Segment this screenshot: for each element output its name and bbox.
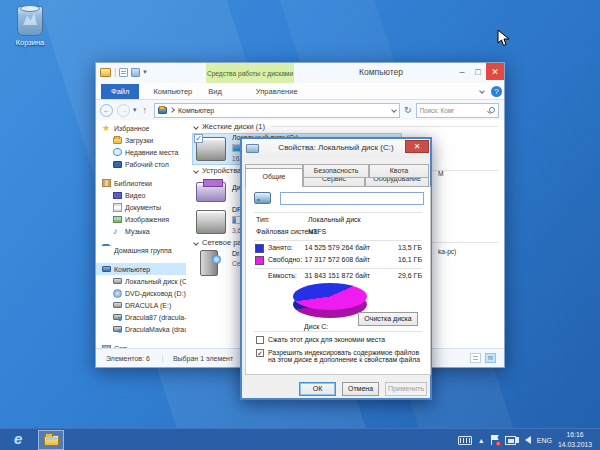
tab-view[interactable]: Вид [200, 84, 230, 99]
properties-qat-icon[interactable] [119, 68, 128, 77]
breadcrumb[interactable]: Компьютер [154, 103, 400, 118]
new-folder-qat-icon[interactable] [131, 68, 140, 77]
qat-dropdown-icon[interactable]: ▾ [143, 68, 147, 76]
refresh-icon[interactable]: ↻ [404, 105, 412, 115]
sidebar-item-drive-c[interactable]: Локальный диск (C [96, 275, 186, 287]
sidebar-item-favorites[interactable]: ★Избранное [96, 122, 186, 134]
internet-explorer-icon[interactable]: e [14, 430, 22, 447]
free-color-swatch [255, 256, 264, 265]
details-view-button[interactable] [470, 353, 481, 363]
search-box[interactable] [416, 103, 499, 118]
dialog-close-button[interactable]: ✕ [405, 140, 429, 153]
monitor-icon [113, 161, 122, 168]
index-checkbox-row[interactable]: ✓ Разрешить индексировать содержимое фай… [256, 349, 422, 363]
tab-general[interactable]: Общие [245, 168, 303, 187]
collapse-icon[interactable] [193, 124, 199, 130]
used-gb: 13,5 ГБ [378, 244, 422, 251]
network-server-icon [200, 250, 218, 276]
history-dropdown-icon[interactable]: ▾ [133, 106, 137, 114]
file-explorer-taskbar-button[interactable] [38, 430, 64, 450]
sidebar-item-downloads[interactable]: Загрузки [96, 134, 186, 146]
qat-separator: | [114, 67, 116, 77]
index-checkbox-label: Разрешить индексировать содержимое файло… [268, 349, 422, 363]
index-checkbox[interactable]: ✓ [256, 349, 264, 357]
tray-expand-icon[interactable]: ▲ [478, 437, 485, 444]
selection-checkbox[interactable]: ✓ [194, 134, 203, 143]
close-button[interactable]: ✕ [486, 63, 504, 80]
cancel-button[interactable]: Отмена [342, 382, 379, 396]
sidebar-item-computer[interactable]: Компьютер [96, 263, 186, 275]
compress-checkbox[interactable] [256, 336, 264, 344]
capacity-gb: 29,6 ГБ [378, 272, 422, 279]
sidebar-item-dracula87[interactable]: Dracula87 (dracula- [96, 311, 186, 323]
second-column-device-fragment[interactable]: M [438, 170, 444, 177]
recycle-bin-icon [17, 6, 43, 36]
minimize-button[interactable]: – [454, 63, 470, 80]
breadcrumb-chevron-icon[interactable] [169, 107, 175, 113]
address-dropdown-icon[interactable] [391, 107, 397, 113]
search-input[interactable] [420, 105, 454, 116]
sidebar-item-desktop[interactable]: Рабочий стол [96, 158, 186, 170]
tray-date: 14.03.2013 [558, 440, 592, 450]
section-hard-disks[interactable]: Жесткие диски (1) [194, 122, 498, 131]
sidebar-item-videos[interactable]: Видео [96, 189, 186, 201]
breadcrumb-root[interactable]: Компьютер [178, 107, 214, 114]
disk-usage-pie-chart [293, 283, 367, 319]
disk-cleanup-button[interactable]: Очистка диска [358, 312, 418, 326]
window-title: Компьютер [336, 67, 426, 77]
taskbar: e ▲ ✕ ENG 16:16 14.03.2013 [0, 428, 600, 450]
forward-button[interactable]: → [117, 104, 130, 117]
clock-icon [113, 148, 122, 156]
dialog-title: Свойства: Локальный диск (C:) [242, 143, 430, 152]
collapse-icon[interactable] [193, 168, 199, 174]
disc-icon [113, 289, 122, 298]
sidebar-item-recent[interactable]: Недавние места [96, 146, 186, 158]
network-status-icon[interactable] [505, 436, 516, 445]
properties-dialog: Свойства: Локальный диск (C:) ✕ Доступ Б… [240, 137, 432, 400]
collapse-icon[interactable] [193, 240, 199, 246]
action-center-flag-icon[interactable]: ✕ [491, 435, 499, 445]
title-bar[interactable]: | ▾ Средства работы с дисками Компьютер … [96, 63, 504, 83]
clock[interactable]: 16:16 14.03.2013 [558, 430, 592, 449]
second-column-network-fragment[interactable]: ka-pc) [438, 248, 456, 255]
hdd-icon [113, 278, 122, 284]
tab-quota[interactable]: Квота [369, 164, 429, 178]
picture-icon [113, 216, 122, 223]
help-icon[interactable]: ? [491, 86, 502, 97]
maximize-button[interactable]: □ [470, 63, 486, 80]
system-tray: ▲ ✕ ENG 16:16 14.03.2013 [458, 429, 600, 450]
volume-label-input[interactable] [280, 192, 424, 205]
free-bytes: 17 317 572 608 байт [284, 256, 370, 263]
drive-icon [254, 192, 271, 204]
free-gb: 16,1 ГБ [378, 256, 422, 263]
pie-top [293, 283, 367, 310]
up-button[interactable]: ↑ [143, 105, 148, 115]
tab-computer[interactable]: Компьютер [145, 84, 200, 99]
navigation-pane: ★Избранное Загрузки Недавние места Рабоч… [96, 120, 186, 348]
back-button[interactable]: ← [100, 104, 113, 117]
contextual-tab-header[interactable]: Средства работы с дисками [206, 63, 294, 83]
tab-file[interactable]: Файл [101, 84, 139, 99]
dialog-title-bar[interactable]: Свойства: Локальный диск (C:) ✕ [242, 139, 430, 158]
sidebar-item-pictures[interactable]: Изображения [96, 213, 186, 225]
sidebar-item-documents[interactable]: Документы [96, 201, 186, 213]
tab-manage[interactable]: Управление [248, 84, 306, 99]
sidebar-item-homegroup[interactable]: Домашняя группа [96, 244, 186, 256]
tiles-view-button[interactable] [485, 353, 496, 363]
compress-checkbox-row[interactable]: Сжать этот диск для экономии места [256, 336, 422, 344]
touch-keyboard-icon[interactable] [458, 436, 472, 445]
sidebar-item-music[interactable]: ♪Музыка [96, 225, 186, 237]
tab-security[interactable]: Безопасность [303, 164, 369, 178]
sidebar-item-libraries[interactable]: Библиотеки [96, 177, 186, 189]
hdd-icon: ✓ [196, 137, 226, 161]
folder-icon [113, 137, 122, 144]
recycle-bin[interactable]: Корзина [6, 6, 54, 47]
language-indicator[interactable]: ENG [537, 437, 552, 444]
ok-button[interactable]: ОК [299, 382, 336, 396]
apply-button[interactable]: Применить [385, 382, 427, 396]
volume-icon[interactable] [525, 436, 531, 444]
sidebar-item-draculamavka[interactable]: DraculaMavka (drac [96, 323, 186, 335]
sidebar-item-dvd[interactable]: DVD-дисковод (D:) [96, 287, 186, 299]
sidebar-item-drive-e[interactable]: DRACULA (E:) [96, 299, 186, 311]
quick-access-toolbar: | ▾ [100, 67, 147, 77]
